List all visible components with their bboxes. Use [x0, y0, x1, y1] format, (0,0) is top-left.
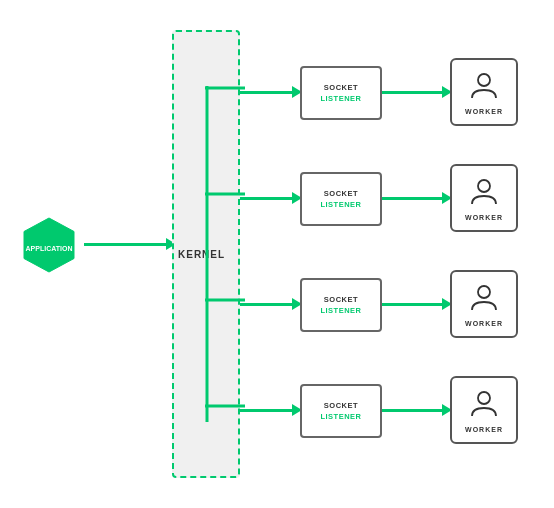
arrow-socket-to-worker-1: [382, 86, 452, 98]
worker-2: WORKER: [450, 164, 518, 232]
svg-point-3: [478, 180, 490, 192]
worker-label-1: WORKER: [465, 108, 503, 115]
socket-listener-4: SOCKET LISTENER: [300, 384, 382, 438]
worker-3: WORKER: [450, 270, 518, 338]
svg-point-4: [478, 286, 490, 298]
architecture-diagram: APPLICATION KERNEL SOCKET LISTENER: [0, 0, 554, 508]
worker-label-2: WORKER: [465, 214, 503, 221]
socket-label-top-3: SOCKET: [324, 295, 358, 306]
socket-label-bottom-2: LISTENER: [320, 200, 361, 209]
worker-icon-1: [468, 70, 500, 106]
arrow-kernel-to-socket-4: [240, 404, 302, 416]
arrow-app-to-kernel: [84, 238, 176, 250]
arrow-kernel-to-socket-2: [240, 192, 302, 204]
arrow-kernel-to-socket-1: [240, 86, 302, 98]
worker-label-4: WORKER: [465, 426, 503, 433]
svg-text:APPLICATION: APPLICATION: [26, 245, 73, 252]
svg-point-2: [478, 74, 490, 86]
socket-label-top-1: SOCKET: [324, 83, 358, 94]
worker-4: WORKER: [450, 376, 518, 444]
socket-listener-3: SOCKET LISTENER: [300, 278, 382, 332]
socket-label-top-2: SOCKET: [324, 189, 358, 200]
arrow-socket-to-worker-3: [382, 298, 452, 310]
worker-icon-2: [468, 176, 500, 212]
worker-1: WORKER: [450, 58, 518, 126]
worker-icon-3: [468, 282, 500, 318]
arrow-socket-to-worker-4: [382, 404, 452, 416]
svg-point-5: [478, 392, 490, 404]
arrow-socket-to-worker-2: [382, 192, 452, 204]
socket-label-top-4: SOCKET: [324, 401, 358, 412]
worker-icon-4: [468, 388, 500, 424]
application-node: APPLICATION: [18, 214, 80, 276]
kernel-label: KERNEL: [178, 249, 225, 260]
socket-label-bottom-3: LISTENER: [320, 306, 361, 315]
socket-listener-2: SOCKET LISTENER: [300, 172, 382, 226]
application-hexagon: APPLICATION: [18, 214, 80, 276]
socket-listener-1: SOCKET LISTENER: [300, 66, 382, 120]
socket-label-bottom-1: LISTENER: [320, 94, 361, 103]
socket-label-bottom-4: LISTENER: [320, 412, 361, 421]
worker-label-3: WORKER: [465, 320, 503, 327]
arrow-kernel-to-socket-3: [240, 298, 302, 310]
